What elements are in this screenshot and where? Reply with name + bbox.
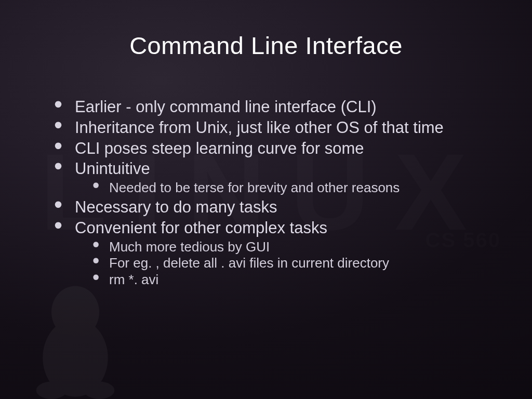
sub-bullet-item: For eg. , delete all . avi files in curr… [92,255,485,272]
sub-bullet-text: For eg. , delete all . avi files in curr… [109,255,389,271]
bullet-item: Unintuitive Needed to be terse for brevi… [54,159,485,196]
bullet-item: Necessary to do many tasks [54,197,485,217]
bullet-text: Unintuitive [75,159,150,178]
sub-bullet-text: rm *. avi [109,272,158,287]
bullet-item: Convenient for other complex tasks Much … [54,218,485,288]
bullet-item: Inheritance from Unix, just like other O… [54,118,485,138]
slide: Command Line Interface Earlier - only co… [0,0,532,399]
bullet-text: Convenient for other complex tasks [75,219,327,237]
bullet-text: Earlier - only command line interface (C… [75,98,377,116]
bullet-item: CLI poses steep learning curve for some [54,139,485,158]
sub-bullet-item: Needed to be terse for brevity and other… [92,180,485,196]
sub-bullet-text: Needed to be terse for brevity and other… [109,180,400,195]
sub-bullet-item: rm *. avi [92,272,485,288]
bullet-item: Earlier - only command line interface (C… [54,97,485,117]
sub-bullet-text: Much more tedious by GUI [109,239,270,255]
bullet-text: Necessary to do many tasks [75,198,277,216]
sub-bullet-list: Much more tedious by GUI For eg. , delet… [75,239,485,288]
bullet-list: Earlier - only command line interface (C… [54,97,485,288]
sub-bullet-list: Needed to be terse for brevity and other… [75,180,485,196]
bullet-text: CLI poses steep learning curve for some [75,139,364,157]
sub-bullet-item: Much more tedious by GUI [92,239,485,256]
bullet-text: Inheritance from Unix, just like other O… [75,118,444,137]
slide-title: Command Line Interface [0,0,532,60]
